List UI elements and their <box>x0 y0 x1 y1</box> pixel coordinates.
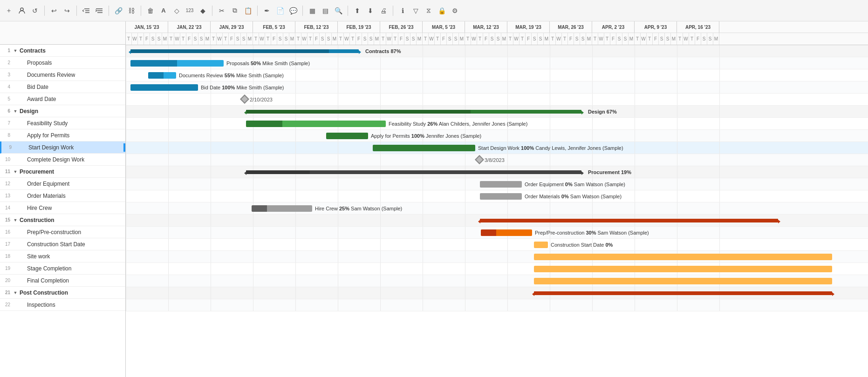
copy-icon[interactable]: ⧉ <box>230 6 240 16</box>
grid-line <box>677 45 677 57</box>
delete-icon[interactable]: 🗑 <box>145 6 156 16</box>
task-row-1[interactable]: 1▼Contracts <box>0 45 125 57</box>
timeline-day: S <box>404 33 410 45</box>
timeline-day: F <box>144 33 150 45</box>
grid-line <box>168 263 169 275</box>
refresh-icon[interactable]: ↺ <box>30 6 40 16</box>
person-icon[interactable] <box>17 6 27 16</box>
task-name-label: Stage Completion <box>27 265 71 272</box>
task-row-15[interactable]: 15▼Construction <box>0 214 125 226</box>
timeline-day: S <box>368 33 374 45</box>
grid-line <box>677 142 677 154</box>
fill-icon[interactable]: ◇ <box>171 6 182 16</box>
grid-line <box>126 118 126 129</box>
grid-line <box>423 215 423 226</box>
task-row-11[interactable]: 11▼Procurement <box>0 166 125 178</box>
grid-line <box>635 166 635 178</box>
grid-line <box>465 263 465 275</box>
filter2-icon[interactable]: ▽ <box>410 6 421 16</box>
grid-line <box>550 81 550 93</box>
doc-icon[interactable]: 📄 <box>275 6 285 16</box>
print-icon[interactable]: 🖨 <box>378 6 389 16</box>
expand-icon[interactable]: ▼ <box>12 217 19 223</box>
link-icon[interactable]: 🔗 <box>113 6 123 16</box>
task-row-2[interactable]: 2Proposals <box>0 57 125 69</box>
redo-icon[interactable]: ↪ <box>62 6 72 16</box>
task-row-9[interactable]: 9Start Design Work <box>0 141 125 154</box>
cut-icon[interactable]: ✂ <box>217 6 227 16</box>
grid-line <box>592 154 593 166</box>
chat-icon[interactable]: 💬 <box>288 6 298 16</box>
task-row-19[interactable]: 19Stage Completion <box>0 263 125 275</box>
timeline-day: T <box>635 33 641 45</box>
outdent-icon[interactable] <box>81 6 91 16</box>
grid1-icon[interactable]: ▦ <box>307 6 317 16</box>
timeline-weeks: JAN, 15 '23JAN, 22 '23JAN, 29 '23FEB, 5 … <box>126 21 868 33</box>
task-row-18[interactable]: 18Site work <box>0 250 125 263</box>
number-icon[interactable]: 123 <box>185 6 195 16</box>
grid-line <box>592 130 593 141</box>
paste-icon[interactable]: 📋 <box>243 6 253 16</box>
row-number: 15 <box>2 217 10 222</box>
task-row-20[interactable]: 20Final Completion <box>0 275 125 287</box>
task-row-6[interactable]: 6▼Design <box>0 105 125 117</box>
grid-line <box>677 106 677 117</box>
group-bar-cap-left <box>244 111 246 114</box>
timeline-day: W <box>259 33 265 45</box>
timeline-day: T <box>689 33 695 45</box>
task-bar <box>481 229 532 236</box>
grid-line <box>168 94 169 105</box>
grid-line <box>465 154 465 166</box>
expand-icon[interactable]: ▼ <box>12 289 19 296</box>
task-row-8[interactable]: 8Apply for Permits <box>0 129 125 141</box>
share-icon[interactable]: ⬇ <box>365 6 376 16</box>
task-row-10[interactable]: 10Complete Design Work <box>0 154 125 166</box>
undo-icon[interactable]: ↩ <box>49 6 59 16</box>
grid-line <box>507 81 508 93</box>
grid-line <box>635 202 635 214</box>
task-bar <box>246 121 386 127</box>
task-name-label: Procurement <box>20 168 54 175</box>
grid-line <box>465 45 465 57</box>
grid-line <box>677 154 677 166</box>
group-bar-cap-left <box>129 50 131 54</box>
settings-icon[interactable]: ⚙ <box>450 6 460 16</box>
info-icon[interactable]: ℹ <box>397 6 408 16</box>
grid-line <box>719 239 720 250</box>
shape-icon[interactable]: ◆ <box>198 6 208 16</box>
task-row-14[interactable]: 14Hire Crew <box>0 202 125 214</box>
grid-line <box>635 142 635 154</box>
expand-icon[interactable]: ▼ <box>12 108 19 114</box>
filter-icon[interactable]: ⧖ <box>424 6 434 16</box>
task-bar-label: Bid Date 100% Mike Smith (Sample) <box>201 85 284 90</box>
gantt-chart[interactable]: JAN, 15 '23JAN, 22 '23JAN, 29 '23FEB, 5 … <box>126 21 868 377</box>
task-row-13[interactable]: 13Order Materials <box>0 190 125 202</box>
task-row-16[interactable]: 16Prep/Pre-construction <box>0 226 125 238</box>
text-color-icon[interactable]: A <box>158 6 169 16</box>
indent-icon[interactable] <box>94 6 104 16</box>
grid2-icon[interactable]: ▤ <box>320 6 330 16</box>
grid-line <box>423 239 423 250</box>
expand-icon[interactable]: ▼ <box>12 47 19 54</box>
task-row-17[interactable]: 17Construction Start Date <box>0 238 125 250</box>
upload-icon[interactable]: ⬆ <box>352 6 362 16</box>
grid-line <box>253 275 253 287</box>
grid-line <box>126 263 126 275</box>
task-row-5[interactable]: 5Award Date <box>0 93 125 105</box>
timeline-day: S <box>659 33 665 45</box>
grid-line <box>211 130 211 141</box>
grid-line <box>126 190 126 202</box>
lock-icon[interactable]: 🔒 <box>437 6 447 16</box>
add-icon[interactable]: ＋ <box>4 6 14 16</box>
pen-icon[interactable]: ✒ <box>262 6 272 16</box>
unlink-icon[interactable]: ⛓ <box>126 6 137 16</box>
zoom-icon[interactable]: 🔍 <box>333 6 343 16</box>
task-row-22[interactable]: 22Inspections <box>0 299 125 311</box>
expand-icon[interactable]: ▼ <box>12 168 19 175</box>
task-row-7[interactable]: 7Feasibility Study <box>0 117 125 129</box>
task-row-4[interactable]: 4Bid Date <box>0 81 125 93</box>
grid-line <box>253 130 253 141</box>
task-row-12[interactable]: 12Order Equipment <box>0 178 125 190</box>
task-row-3[interactable]: 3Documents Review <box>0 69 125 81</box>
task-row-21[interactable]: 21▼Post Construction <box>0 287 125 299</box>
